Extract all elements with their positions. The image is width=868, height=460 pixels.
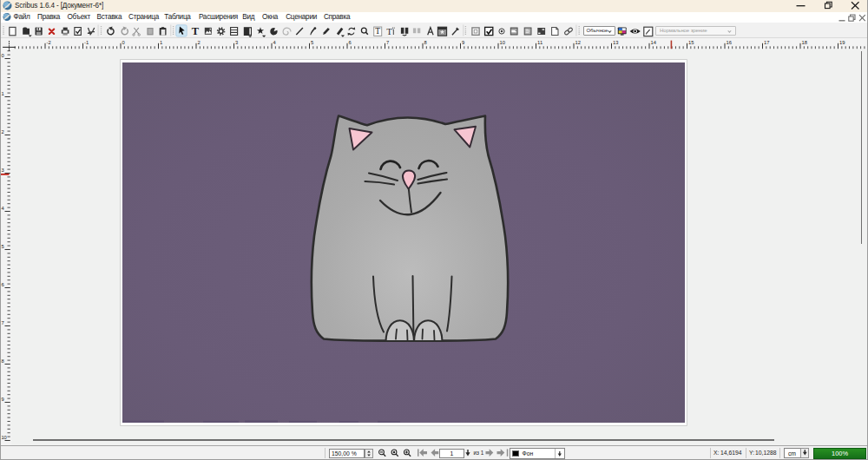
- svg-text:7: 7: [386, 40, 389, 45]
- svg-text:16: 16: [727, 40, 732, 45]
- svg-text:3: 3: [1, 168, 3, 173]
- svg-text:0: 0: [1, 53, 3, 58]
- svg-text:2: 2: [1, 129, 3, 135]
- svg-text:18: 18: [802, 40, 807, 45]
- svg-text:5: 5: [1, 244, 3, 249]
- svg-text:T: T: [192, 25, 200, 37]
- svg-text:19: 19: [839, 40, 845, 45]
- svg-text:4: 4: [273, 40, 277, 45]
- svg-text:T: T: [375, 27, 380, 36]
- svg-text:15: 15: [688, 40, 694, 45]
- svg-text:14: 14: [651, 40, 657, 45]
- svg-text:5: 5: [311, 40, 313, 45]
- svg-text:T: T: [386, 26, 392, 36]
- svg-text:8: 8: [1, 358, 3, 364]
- svg-text:2: 2: [198, 40, 201, 45]
- svg-text:10: 10: [1, 435, 6, 440]
- svg-text:7: 7: [1, 320, 3, 325]
- svg-text:1: 1: [1, 91, 3, 96]
- svg-text:9: 9: [462, 40, 464, 45]
- svg-text:8: 8: [424, 40, 427, 45]
- svg-text:-1: -1: [84, 40, 89, 45]
- svg-text:10: 10: [500, 40, 505, 45]
- svg-text:0: 0: [122, 40, 125, 45]
- svg-text:6: 6: [349, 40, 352, 45]
- svg-text:1: 1: [160, 40, 162, 45]
- svg-text:-2: -2: [47, 40, 51, 45]
- svg-text:9: 9: [1, 397, 3, 402]
- svg-text:13: 13: [613, 40, 618, 45]
- svg-text:3: 3: [235, 40, 238, 45]
- svg-text:12: 12: [575, 40, 581, 45]
- svg-text:17: 17: [764, 40, 769, 45]
- svg-text:6: 6: [1, 282, 3, 287]
- svg-text:4: 4: [1, 206, 4, 211]
- svg-text:11: 11: [537, 40, 542, 45]
